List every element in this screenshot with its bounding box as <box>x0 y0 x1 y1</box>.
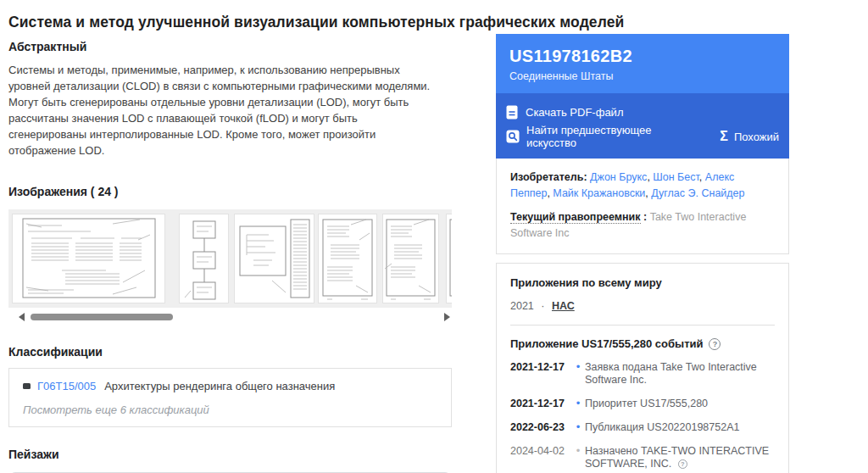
timeline-event-row: 2021-12-17 • Заявка подана Take Two Inte… <box>510 361 775 387</box>
event-description: Заявка подана Take Two Interactive Softw… <box>585 361 775 387</box>
application-year: 2021 <box>510 300 534 312</box>
inventor-link[interactable]: Дуглас Э. Снайдер <box>651 187 744 199</box>
assignee-colon: : <box>641 211 650 223</box>
timeline-event-row: 2022-06-23 • Публикация US20220198752A1 <box>510 421 775 434</box>
inventor-label: Изобретатель: <box>510 171 587 183</box>
assignee-line: Текущий правопреемник : Take Two Interac… <box>510 209 775 242</box>
inventor-link[interactable]: Майк Кражановски <box>553 187 645 199</box>
events-timeline: 2021-12-17 • Заявка подана Take Two Inte… <box>510 361 775 473</box>
application-country-link[interactable]: НАС <box>552 300 575 312</box>
timeline-bullet-icon: • <box>571 421 585 434</box>
assignee-label: Текущий правопреемник <box>510 211 641 224</box>
images-heading: Изображения ( 24 ) <box>8 185 472 198</box>
patent-page: Система и метод улучшенной визуализации … <box>0 0 868 473</box>
download-pdf-label: Скачать PDF-файл <box>526 106 623 119</box>
patent-drawing-sketch <box>180 214 228 303</box>
classification-code-link[interactable]: Г06Т15/005 <box>37 380 96 392</box>
inventor-link[interactable]: Шон Бест <box>653 171 699 183</box>
event-date: 2021-12-17 <box>510 398 571 410</box>
applications-card: Приложения по всему миру 2021 · НАС Прил… <box>496 263 789 473</box>
patent-header: US11978162B2 Соединенные Штаты <box>496 34 789 93</box>
classification-label: Архитектуры рендеринга общего назначения <box>104 380 335 392</box>
carousel-scrollbar <box>8 312 452 322</box>
similar-button[interactable]: Σ Похожий <box>696 129 779 144</box>
patent-drawing-sketch <box>383 214 438 303</box>
card-divider <box>510 325 775 326</box>
prior-art-search-icon <box>506 130 520 143</box>
classifications-heading: Классификации <box>8 345 472 359</box>
patent-drawing-sketch <box>447 214 452 303</box>
landscapes-heading: Пейзажи <box>8 448 472 461</box>
event-description: Публикация US20220198752A1 <box>585 421 775 434</box>
event-description: Приоритет US17/555,280 <box>585 398 775 410</box>
left-column: Абстрактный Системы и методы, применимые… <box>8 32 472 473</box>
abstract-heading: Абстрактный <box>8 40 472 53</box>
legal-status-info-icon[interactable]: ? <box>678 459 687 469</box>
page-title: Система и метод улучшенной визуализации … <box>8 14 653 31</box>
help-icon[interactable]: ? <box>709 338 721 350</box>
timeline-event-row: 2024-04-02 • Назначено TAKE-TWO INTERACT… <box>510 445 775 470</box>
events-heading: Приложение US17/555,280 событий <box>510 337 703 350</box>
patent-drawing-sketch <box>235 214 314 303</box>
classification-row: Г06Т15/005 Архитектуры рендеринга общего… <box>23 380 437 392</box>
patent-drawing-thumbnail[interactable] <box>446 214 452 303</box>
event-date: 2021-12-17 <box>510 361 571 387</box>
patent-drawing-sketch <box>13 214 164 303</box>
patent-drawing-thumbnail[interactable] <box>318 214 377 303</box>
patent-drawing-thumbnail[interactable] <box>179 214 229 303</box>
worldwide-applications-heading: Приложения по всему миру <box>510 276 775 289</box>
inventor-line: Изобретатель: Джон Брукс, Шон Бест, Алек… <box>510 170 775 202</box>
pdf-document-icon <box>506 105 519 120</box>
patent-drawing-thumbnail[interactable] <box>12 214 165 303</box>
find-prior-art-button[interactable]: Найти предшествующее искусство <box>506 124 696 149</box>
event-date: 2024-04-02 <box>510 445 571 470</box>
timeline-event-row: 2021-12-17 • Приоритет US17/555,280 <box>510 398 775 410</box>
events-heading-row: Приложение US17/555,280 событий ? <box>510 337 775 350</box>
download-pdf-button[interactable]: Скачать PDF-файл <box>506 105 623 120</box>
carousel-prev-arrow-icon[interactable] <box>19 313 25 321</box>
year-separator: · <box>541 300 544 312</box>
patent-drawing-sketch <box>319 214 376 303</box>
classification-bullet-icon <box>23 383 31 389</box>
classifications-box: Г06Т15/005 Архитектуры рендеринга общего… <box>8 368 452 427</box>
patent-drawing-thumbnail[interactable] <box>234 214 314 303</box>
patent-country: Соединенные Штаты <box>509 70 776 82</box>
view-more-classifications-link[interactable]: Посмотреть еще 6 классификаций <box>23 403 437 416</box>
similar-label: Похожий <box>734 131 779 143</box>
timeline-bullet-icon: • <box>571 361 585 387</box>
inventor-card: Изобретатель: Джон Брукс, Шон Бест, Алек… <box>496 159 789 254</box>
application-year-line: 2021 · НАС <box>510 300 775 312</box>
inventor-link[interactable]: Джон Брукс <box>590 171 647 183</box>
timeline-bullet-icon: • <box>571 398 585 410</box>
find-prior-art-label: Найти предшествующее искусство <box>526 124 696 149</box>
timeline-bullet-icon: • <box>571 445 585 470</box>
event-date: 2022-06-23 <box>510 421 571 434</box>
patent-drawing-thumbnail[interactable] <box>382 214 439 303</box>
sigma-icon: Σ <box>720 129 728 144</box>
right-column: US11978162B2 Соединенные Штаты Скачать P… <box>496 34 789 473</box>
carousel-scrollbar-thumb[interactable] <box>31 314 173 320</box>
carousel-next-arrow-icon[interactable] <box>444 313 450 321</box>
patent-action-bar: Скачать PDF-файл Найти предшествующее ис… <box>496 93 789 159</box>
event-description: Назначено TAKE-TWO INTERACTIVE SOFTWARE,… <box>585 445 775 470</box>
publication-number: US11978162B2 <box>509 47 776 66</box>
drawings-carousel <box>8 209 452 308</box>
abstract-text: Системы и методы, применимые, например, … <box>8 62 438 159</box>
